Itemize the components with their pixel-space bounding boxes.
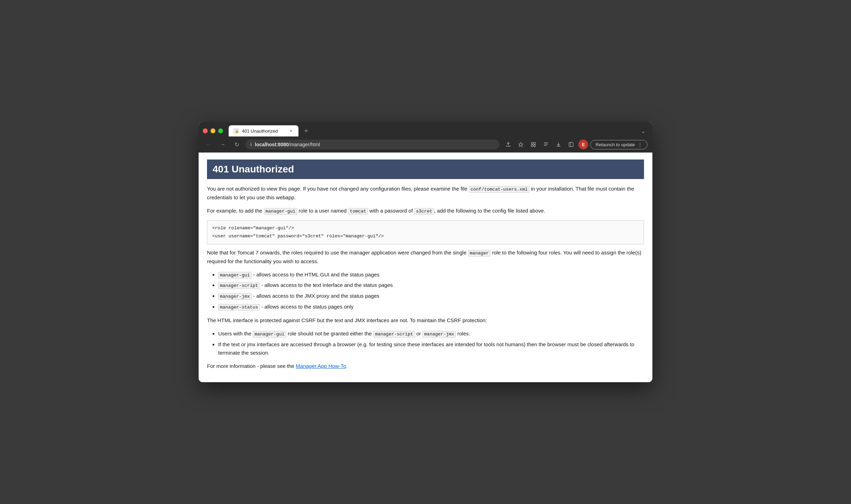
svg-text:🔒: 🔒 [235,129,238,133]
address-path: /manager/html [289,142,320,147]
traffic-lights [203,128,223,133]
page-title-bar: 401 Unauthorized [207,160,644,179]
new-tab-button[interactable]: + [301,126,311,136]
tab-label: 401 Unauthorized [242,128,285,134]
paragraph-roles-intro: Note that for Tomcat 7 onwards, the role… [207,249,644,266]
address-lock-icon: ℹ [250,142,252,147]
paragraph-more-info: For more information - please see the Ma… [207,362,644,370]
config-file-code: conf/tomcat-users.xml [469,186,530,193]
extensions-icon[interactable] [528,139,539,150]
share-icon[interactable] [503,139,513,150]
csrf-list: Users with the manager-gui role should n… [207,329,644,357]
xml-code-block: <role rolename="manager-gui"/> <user use… [207,220,644,244]
page-body: You are not authorized to view this page… [207,185,644,370]
tab-row: 🔒 401 Unauthorized ✕ + ⌄ [199,122,652,136]
minimize-window-button[interactable] [210,128,215,133]
svg-rect-4 [534,142,535,144]
code-line-1: <role rolename="manager-gui"/> [212,224,639,232]
profile-button[interactable]: E [578,140,588,149]
manager-role-code: manager [468,250,491,257]
role-code-status: manager-status [218,304,260,311]
page-title: 401 Unauthorized [213,164,638,175]
csrf-code-1: manager-gui [253,331,286,338]
toolbar-icons: E Relaunch to update ⋮ [503,139,648,150]
tab-expand-button[interactable]: ⌄ [638,126,648,136]
tab-close-button[interactable]: ✕ [288,128,294,134]
navigation-bar: ← → ↻ ℹ localhost:8080/manager/html [199,136,652,153]
list-item: manager-jmx - allows access to the JMX p… [218,292,644,301]
close-window-button[interactable] [203,128,208,133]
code-line-2: <user username="tomcat" password="s3cret… [212,232,639,240]
address-bar[interactable]: ℹ localhost:8080/manager/html [245,140,499,149]
paragraph-not-authorized: You are not authorized to view this page… [207,185,644,202]
active-tab[interactable]: 🔒 401 Unauthorized ✕ [229,125,298,136]
manager-howto-link[interactable]: Manager App How-To [296,363,346,369]
bookmark-icon[interactable] [516,139,526,150]
tab-favicon: 🔒 [234,128,239,134]
roles-list: manager-gui - allows access to the HTML … [207,270,644,311]
csrf-code-2: manager-script [373,331,415,338]
address-host: localhost:8080 [255,142,289,147]
relaunch-button[interactable]: Relaunch to update ⋮ [590,140,648,149]
relaunch-label: Relaunch to update [595,142,635,147]
svg-rect-5 [531,145,533,147]
list-item: Users with the manager-gui role should n… [218,329,644,338]
relaunch-menu-icon: ⋮ [638,142,642,147]
browser-window: 🔒 401 Unauthorized ✕ + ⌄ ← → ↻ ℹ localho… [199,122,652,382]
list-item: manager-gui - allows access to the HTML … [218,270,644,279]
role-code-gui: manager-gui [218,272,252,279]
list-item: manager-status - allows access to the st… [218,303,644,311]
svg-rect-3 [531,142,533,144]
svg-rect-6 [534,145,535,147]
csrf-code-3: manager-jmx [422,331,456,338]
download-icon[interactable] [553,139,564,150]
reload-button[interactable]: ↻ [231,139,242,150]
paragraph-csrf: The HTML interface is protected against … [207,316,644,325]
title-bar: 🔒 401 Unauthorized ✕ + ⌄ ← → ↻ ℹ localho… [199,122,652,153]
svg-rect-7 [569,142,573,147]
role-code-jmx: manager-jmx [218,293,252,300]
back-button[interactable]: ← [204,139,214,150]
page-content: 401 Unauthorized You are not authorized … [199,153,652,382]
forward-button[interactable]: → [217,139,228,150]
password-code: s3cret [414,208,434,215]
list-item: manager-script - allows access to the te… [218,281,644,290]
role-code-script: manager-script [218,282,260,289]
maximize-window-button[interactable] [218,128,223,133]
tomcat-user-code: tomcat [348,208,368,215]
manager-gui-code: manager-gui [264,208,297,215]
list-item: If the text or jmx interfaces are access… [218,340,644,357]
sidebar-icon[interactable] [566,139,576,150]
svg-marker-2 [519,142,523,147]
reading-list-icon[interactable] [541,139,551,150]
address-text: localhost:8080/manager/html [255,142,495,147]
paragraph-example: For example, to add the manager-gui role… [207,207,644,215]
